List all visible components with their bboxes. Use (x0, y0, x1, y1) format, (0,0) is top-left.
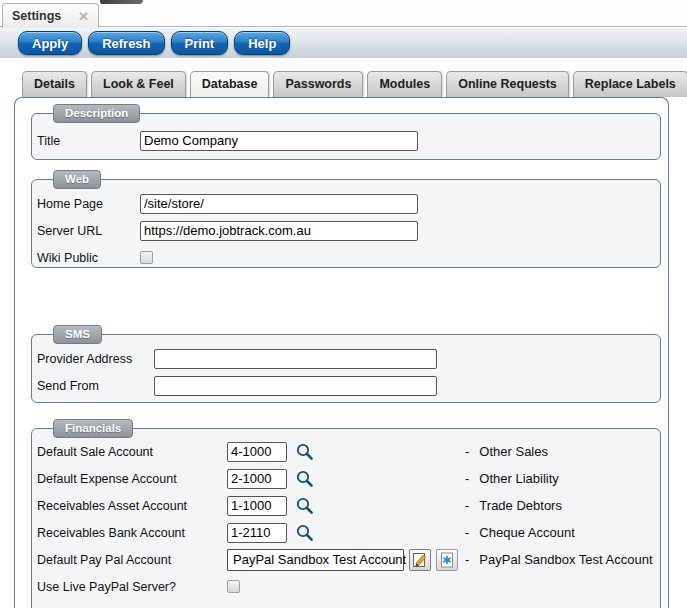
wiki-public-label: Wiki Public (37, 251, 140, 265)
expense-account-description: - Other Liability (465, 465, 559, 492)
tab-database[interactable]: Database (190, 71, 270, 97)
default-sale-account-row: Default Sale Account - Other Sales (32, 438, 660, 465)
account-name-text: PayPal Sandbox Test Account (479, 552, 652, 567)
dash: - (465, 498, 469, 513)
wiki-public-checkbox[interactable] (140, 251, 153, 264)
server-url-label: Server URL (37, 224, 140, 238)
print-button[interactable]: Print (171, 31, 229, 55)
account-name-text: Other Sales (479, 444, 548, 459)
default-paypal-account-label: Default Pay Pal Account (37, 553, 227, 567)
settings-tab-label: Settings (12, 9, 61, 23)
sale-account-description: - Other Sales (465, 438, 548, 465)
send-from-label: Send From (37, 379, 154, 393)
description-legend: Description (53, 104, 140, 123)
account-name-text: Trade Debtors (479, 498, 562, 513)
wiki-public-row: Wiki Public (32, 244, 660, 271)
receivables-bank-account-input[interactable] (227, 523, 287, 543)
window-tab-bar: Settings ✕ (0, 0, 687, 27)
apply-button[interactable]: Apply (18, 31, 82, 55)
home-page-label: Home Page (37, 197, 140, 211)
account-lookup-magnifier-icon[interactable] (295, 469, 315, 489)
dash: - (465, 471, 469, 486)
account-lookup-magnifier-icon[interactable] (295, 496, 315, 516)
use-live-paypal-row: Use Live PayPal Server? (32, 573, 660, 600)
financials-legend: Financials (53, 419, 133, 438)
action-toolbar: Apply Refresh Print Help (0, 28, 687, 58)
help-button[interactable]: Help (234, 31, 290, 55)
receivables-asset-account-input[interactable] (227, 496, 287, 516)
default-expense-account-input[interactable] (227, 469, 287, 489)
home-page-row: Home Page (32, 190, 660, 217)
sms-fieldset: SMS Provider Address Send From (31, 334, 661, 403)
settings-screen: Settings ✕ Apply Refresh Print Help Deta… (0, 0, 687, 608)
paypal-account-selected-value: PayPal Sandbox Test Account (233, 552, 406, 567)
receivables-bank-account-row: Receivables Bank Account - Cheque Accoun… (32, 519, 660, 546)
account-name-text: Cheque Account (479, 525, 574, 540)
account-lookup-magnifier-icon[interactable] (295, 523, 315, 543)
description-fieldset: Description Title (31, 113, 661, 160)
settings-tab-row: Details Look & Feel Database Passwords M… (22, 71, 687, 97)
default-sale-account-label: Default Sale Account (37, 445, 227, 459)
tab-look-and-feel[interactable]: Look & Feel (91, 71, 186, 97)
home-page-input[interactable] (140, 194, 418, 214)
provider-address-row: Provider Address (32, 345, 660, 372)
server-url-row: Server URL (32, 217, 660, 244)
tab-modules[interactable]: Modules (367, 71, 442, 97)
use-live-paypal-checkbox[interactable] (227, 580, 240, 593)
partial-element-strip (100, 0, 143, 4)
receivables-asset-account-label: Receivables Asset Account (37, 499, 227, 513)
tab-details[interactable]: Details (22, 71, 87, 97)
title-label: Title (37, 134, 140, 148)
default-expense-account-row: Default Expense Account - Other Liabilit… (32, 465, 660, 492)
tab-passwords[interactable]: Passwords (273, 71, 363, 97)
dash: - (465, 444, 469, 459)
refresh-button[interactable]: Refresh (88, 31, 164, 55)
new-record-page-icon[interactable] (436, 549, 458, 571)
bank-account-description: - Cheque Account (465, 519, 575, 546)
default-paypal-account-row: Default Pay Pal Account PayPal Sandbox T… (32, 546, 660, 573)
tab-online-requests[interactable]: Online Requests (446, 71, 569, 97)
sms-legend: SMS (53, 325, 102, 344)
receivables-asset-account-row: Receivables Asset Account - Trade Debtor… (32, 492, 660, 519)
financials-fieldset: Financials Default Sale Account - Other … (31, 428, 661, 608)
title-input[interactable] (140, 131, 418, 151)
dash: - (465, 525, 469, 540)
close-icon[interactable]: ✕ (78, 9, 89, 24)
use-live-paypal-label: Use Live PayPal Server? (37, 580, 227, 594)
account-lookup-magnifier-icon[interactable] (295, 442, 315, 462)
asset-account-description: - Trade Debtors (465, 492, 562, 519)
account-name-text: Other Liability (479, 471, 558, 486)
web-legend: Web (53, 170, 101, 189)
settings-window-tab[interactable]: Settings ✕ (2, 3, 99, 28)
receivables-bank-account-label: Receivables Bank Account (37, 526, 227, 540)
provider-address-label: Provider Address (37, 352, 154, 366)
provider-address-input[interactable] (154, 349, 437, 369)
server-url-input[interactable] (140, 221, 418, 241)
database-tab-panel: Description Title Web Home Page Server U… (14, 97, 669, 608)
web-fieldset: Web Home Page Server URL Wiki Public (31, 179, 661, 268)
paypal-account-description: - PayPal Sandbox Test Account (465, 546, 653, 573)
title-row: Title (32, 127, 660, 154)
default-sale-account-input[interactable] (227, 442, 287, 462)
send-from-input[interactable] (154, 376, 437, 396)
default-expense-account-label: Default Expense Account (37, 472, 227, 486)
tab-replace-labels[interactable]: Replace Labels (573, 71, 687, 97)
dash: - (465, 552, 469, 567)
edit-record-pencil-icon[interactable] (409, 549, 431, 571)
send-from-row: Send From (32, 372, 660, 399)
paypal-account-select[interactable]: PayPal Sandbox Test Account ▼ (227, 549, 404, 571)
